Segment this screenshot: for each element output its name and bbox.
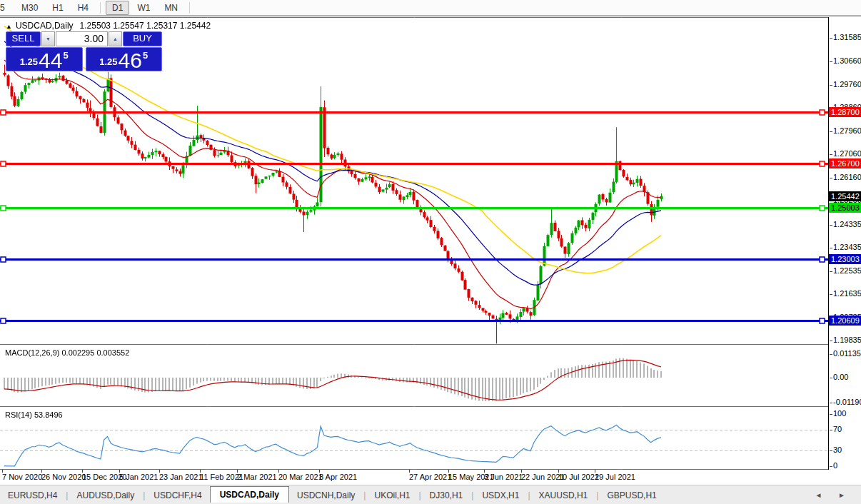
timeframe-d1[interactable]: D1 [106, 1, 129, 15]
price-line-label: 1.20609 [829, 316, 861, 326]
price-tick-label: 1.21635 [833, 289, 861, 298]
tab-ukoil-h1[interactable]: UKOil,H1 [366, 488, 418, 503]
sell-button[interactable]: SELL [6, 31, 41, 46]
timeframe-toolbar: 5M30H1H4D1W1MN [0, 0, 861, 16]
timeframe-h1[interactable]: H1 [46, 1, 69, 15]
price-line-label: 1.28700 [829, 107, 861, 117]
tab-eurusd-h4[interactable]: EURUSD,H4 [0, 488, 65, 503]
tab-separator: | [596, 490, 598, 500]
date-label: 10 Jul 2021 [558, 473, 599, 481]
volume-increase-button[interactable]: ▲ [109, 31, 122, 46]
rsi-label: RSI(14) 53.8496 [5, 410, 63, 419]
tab-xauusd-h1[interactable]: XAUUSD,H1 [531, 488, 596, 503]
price-tick-label: 1.30660 [833, 56, 861, 65]
price-tick-label: 1.23435 [833, 243, 861, 251]
price-tick-label: 1.19835 [833, 336, 861, 344]
date-label: 5 Jan 2021 [119, 473, 158, 481]
tab-gbpusd-h1[interactable]: GBPUSD,H1 [599, 488, 664, 503]
rsi-tick-label: 70 [833, 425, 842, 433]
collapse-arrow-icon[interactable]: ▲ [6, 23, 12, 30]
date-label: 3 Jun 2021 [484, 473, 523, 481]
buy-button[interactable]: BUY [123, 31, 162, 46]
tab-usdcad-daily[interactable]: USDCAD,Daily [210, 486, 289, 503]
price-line-label: 1.25003 [829, 203, 861, 213]
chart-tab-bar: EURUSD,H4|AUDUSD,Daily|USDCHF,H4USDCAD,D… [0, 485, 861, 504]
date-label: 27 Apr 2021 [409, 473, 451, 481]
rsi-tick-label: 0 [833, 461, 837, 470]
tab-dj30-h1[interactable]: DJ30,H1 [422, 488, 471, 503]
date-label: 8 Apr 2021 [319, 473, 357, 481]
price-tick-label: 1.27960 [833, 126, 861, 135]
buy-price-small: 1.25 [99, 56, 117, 67]
sell-price-sup: 5 [63, 50, 68, 61]
tab-separator: | [528, 490, 530, 500]
rsi-tick-label: 100 [833, 409, 846, 418]
one-click-trade-panel: SELL ▼ 3.00 ▲ BUY 1.25 44 5 1.25 46 5 [6, 31, 162, 71]
sell-price-button[interactable]: 1.25 44 5 [6, 47, 83, 71]
macd-tick-label: 0.00 [833, 373, 848, 381]
tab-separator: | [363, 490, 366, 500]
timeframe-mn[interactable]: MN [158, 1, 184, 15]
date-label: 20 Mar 2021 [278, 473, 323, 481]
tab-usdchf-h4[interactable]: USDCHF,H4 [146, 488, 209, 503]
tab-scroll-arrows[interactable]: ◄ ► [815, 491, 852, 499]
chart-window: ▲USDCAD,Daily1.25503 1.25547 1.25317 1.2… [0, 16, 861, 485]
price-line-label: 1.26700 [829, 158, 861, 168]
macd-tick-label: 0.01135 [833, 349, 861, 358]
tab-separator: | [143, 490, 145, 500]
price-tick-label: 1.22535 [833, 266, 861, 275]
price-tick-label: 1.31585 [833, 33, 861, 41]
price-line-label: 1.25442 [829, 191, 861, 201]
date-label: 26 Nov 2020 [41, 473, 86, 481]
volume-input[interactable]: 3.00 [56, 31, 108, 46]
symbol-title: USDCAD,Daily [16, 21, 74, 31]
rsi-tick-label: 30 [833, 445, 842, 454]
price-tick-label: 1.26160 [833, 173, 861, 181]
tab-usdcnh-daily[interactable]: USDCNH,Daily [289, 488, 363, 503]
buy-price-big: 46 [119, 51, 142, 70]
tab-separator: | [471, 490, 473, 500]
chart-title: ▲USDCAD,Daily1.25503 1.25547 1.25317 1.2… [6, 21, 211, 31]
trading-platform-window: 5M30H1H4D1W1MN ▲USDCAD,Daily1.25503 1.25… [0, 0, 861, 504]
sell-price-small: 1.25 [20, 56, 38, 67]
timeframe-h4[interactable]: H4 [71, 1, 95, 15]
date-label: 2 Mar 2021 [237, 473, 277, 481]
macd-tick-label: -0.01190 [833, 398, 861, 406]
volume-decrease-button[interactable]: ▼ [41, 31, 55, 46]
price-tick-label: 1.27060 [833, 149, 861, 158]
price-tick-label: 1.24335 [833, 220, 861, 228]
tab-separator: | [418, 490, 421, 500]
price-line-label: 1.23003 [829, 254, 861, 264]
tab-separator: | [66, 490, 68, 500]
date-label: 29 Jul 2021 [595, 473, 635, 481]
date-label: 23 Jan 2021 [159, 473, 203, 481]
macd-label: MACD(12,26,9) 0.002295 0.003552 [5, 348, 129, 357]
tab-usdx-h1[interactable]: USDX,H1 [474, 488, 527, 503]
sell-price-big: 44 [39, 51, 62, 70]
toolbar-separator [100, 2, 101, 14]
timeframe-w1[interactable]: W1 [131, 1, 156, 15]
chart-canvas[interactable] [0, 17, 829, 470]
date-label: 7 Nov 2020 [2, 473, 42, 481]
buy-price-sup: 5 [143, 50, 148, 61]
date-axis[interactable]: 7 Nov 202026 Nov 202015 Dec 20205 Jan 20… [0, 470, 829, 485]
price-axis[interactable]: 1.315851.306601.297601.288601.279601.270… [829, 17, 861, 485]
timeframe-5[interactable]: 5 [0, 1, 14, 15]
buy-price-button[interactable]: 1.25 46 5 [86, 47, 163, 71]
price-tick-label: 1.29760 [833, 80, 861, 89]
timeframe-m30[interactable]: M30 [15, 1, 44, 15]
tab-audusd-daily[interactable]: AUDUSD,Daily [69, 488, 142, 503]
ohlc-values: 1.25503 1.25547 1.25317 1.25442 [80, 21, 211, 31]
toolbar-separator [189, 2, 190, 14]
